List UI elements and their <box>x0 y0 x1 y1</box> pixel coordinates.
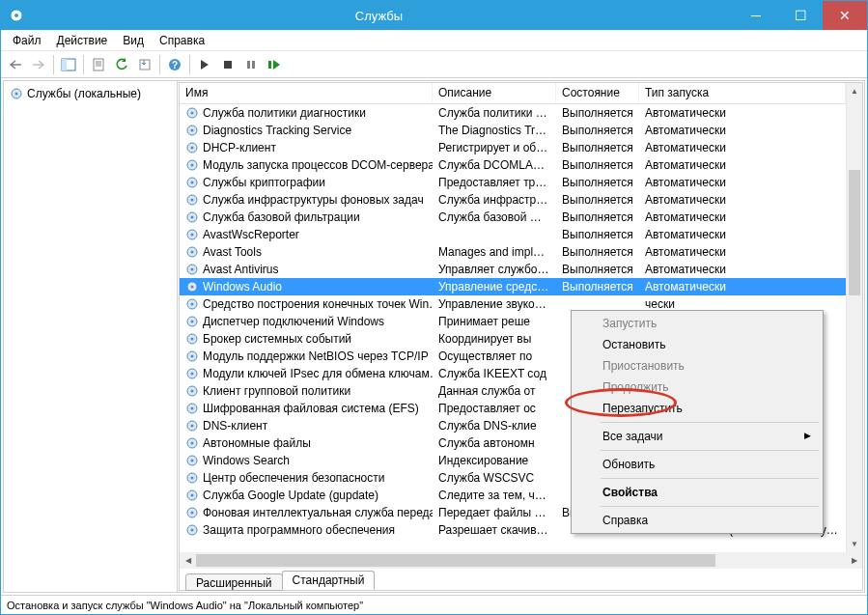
services-window: Службы ─ ☐ ✕ Файл Действие Вид Справка ? <box>0 0 868 615</box>
service-desc: Разрешает скачива… <box>433 522 556 538</box>
scroll-thumb[interactable] <box>849 170 860 295</box>
scroll-right-arrow[interactable]: ▶ <box>846 556 862 565</box>
scroll-down-arrow[interactable]: ▼ <box>847 536 862 552</box>
ctx-restart[interactable]: Перезапустить <box>574 398 821 419</box>
show-hide-tree-button[interactable] <box>58 54 79 75</box>
scroll-left-arrow[interactable]: ◀ <box>180 556 196 565</box>
ctx-all-tasks[interactable]: Все задачи▶ <box>574 426 821 447</box>
forward-button[interactable] <box>28 54 49 75</box>
horizontal-scrollbar[interactable]: ◀ ▶ <box>180 552 862 569</box>
gear-icon <box>185 297 199 311</box>
table-row[interactable]: Windows AudioУправление средст…Выполняет… <box>180 278 846 295</box>
refresh-button[interactable] <box>111 54 132 75</box>
table-row[interactable]: Служба политики диагностикиСлужба полити… <box>180 104 846 122</box>
service-desc: Предоставляет ос <box>433 401 556 416</box>
back-button[interactable] <box>5 54 26 75</box>
service-name: Центр обеспечения безопасности <box>203 471 385 485</box>
service-desc: Служба DCOMLAU… <box>433 157 556 173</box>
close-button[interactable]: ✕ <box>823 1 867 30</box>
restart-service-button[interactable] <box>264 54 285 75</box>
ctx-properties[interactable]: Свойства <box>574 482 821 503</box>
gear-icon <box>185 436 199 450</box>
service-desc: Передает файлы в… <box>433 505 556 520</box>
ctx-refresh[interactable]: Обновить <box>574 454 821 475</box>
col-desc[interactable]: Описание <box>433 83 556 103</box>
ctx-continue: Продолжить <box>574 377 821 398</box>
service-start: Автоматически <box>639 244 846 260</box>
service-desc: Данная служба от <box>433 383 556 399</box>
svg-point-62 <box>191 494 194 497</box>
left-pane[interactable]: Службы (локальные) <box>4 81 178 592</box>
service-name: Служба Google Update (gupdate) <box>203 489 378 502</box>
gear-icon <box>185 280 199 294</box>
toolbar: ? <box>1 51 867 78</box>
properties-button[interactable] <box>88 54 109 75</box>
table-row[interactable]: Diagnostics Tracking ServiceThe Diagnost… <box>180 122 846 139</box>
service-name: Шифрованная файловая система (EFS) <box>203 402 419 415</box>
gear-icon <box>185 263 199 276</box>
gear-icon <box>185 332 199 346</box>
table-row[interactable]: Служба базовой фильтрацииСлужба базовой … <box>180 209 846 226</box>
tab-standard[interactable]: Стандартный <box>282 571 376 590</box>
menu-help[interactable]: Справка <box>152 32 212 49</box>
svg-point-46 <box>191 355 194 358</box>
svg-point-40 <box>191 303 194 306</box>
service-desc: Индексирование <box>433 453 556 468</box>
scroll-up-arrow[interactable]: ▲ <box>847 83 862 99</box>
gear-icon <box>185 419 199 433</box>
service-name: Avast Antivirus <box>203 263 278 276</box>
gear-icon <box>185 245 199 259</box>
service-state: Выполняется <box>556 262 639 277</box>
svg-point-24 <box>191 164 194 167</box>
ctx-separator <box>601 478 819 479</box>
view-tabs: Расширенный Стандартный <box>180 569 862 590</box>
service-desc: Регистрирует и об… <box>433 140 556 155</box>
pause-service-button[interactable] <box>240 54 262 75</box>
window-title: Службы <box>24 9 734 23</box>
service-state: Выполняется <box>556 227 639 242</box>
minimize-button[interactable]: ─ <box>734 1 778 30</box>
ctx-stop[interactable]: Остановить <box>574 334 821 355</box>
titlebar[interactable]: Службы ─ ☐ ✕ <box>1 1 867 30</box>
menu-action[interactable]: Действие <box>49 32 116 49</box>
service-state <box>556 303 639 305</box>
svg-point-34 <box>191 251 194 254</box>
gear-icon <box>185 506 199 519</box>
gear-icon <box>185 402 199 415</box>
ctx-separator <box>601 506 819 507</box>
table-row[interactable]: Модуль запуска процессов DCOM-сервераСлу… <box>180 156 846 174</box>
svg-point-20 <box>191 129 194 132</box>
tab-extended[interactable]: Расширенный <box>185 573 283 591</box>
col-name[interactable]: Имя <box>180 83 433 103</box>
tree-item-services-local[interactable]: Службы (локальные) <box>6 85 175 102</box>
table-row[interactable]: Avast AntivirusУправляет службо…Выполняе… <box>180 261 846 278</box>
vertical-scrollbar[interactable]: ▲ ▼ <box>846 83 862 552</box>
table-row[interactable]: Служба инфраструктуры фоновых задачСлужб… <box>180 191 846 209</box>
col-start[interactable]: Тип запуска <box>639 83 846 103</box>
column-headers[interactable]: Имя Описание Состояние Тип запуска <box>180 83 846 104</box>
service-name: Служба политики диагностики <box>203 106 366 120</box>
table-row[interactable]: Avast ToolsManages and imple…Выполняется… <box>180 243 846 261</box>
svg-point-44 <box>191 338 194 341</box>
menu-file[interactable]: Файл <box>5 32 49 49</box>
service-name: Клиент групповой политики <box>203 384 350 398</box>
menu-view[interactable]: Вид <box>115 32 152 49</box>
hscroll-thumb[interactable] <box>196 554 715 567</box>
maximize-button[interactable]: ☐ <box>778 1 823 30</box>
ctx-help[interactable]: Справка <box>574 510 821 531</box>
service-state: Выполняется <box>556 210 639 225</box>
svg-point-16 <box>15 93 18 96</box>
service-desc: Служба инфрастр… <box>433 192 556 208</box>
export-list-button[interactable] <box>134 54 155 75</box>
start-service-button[interactable] <box>194 54 215 75</box>
table-row[interactable]: AvastWscReporterВыполняетсяАвтоматически <box>180 226 846 243</box>
service-state: Выполняется <box>556 244 639 260</box>
col-state[interactable]: Состояние <box>556 83 639 103</box>
service-state: Выполняется <box>556 140 639 155</box>
table-row[interactable]: Службы криптографииПредоставляет три…Вып… <box>180 174 846 191</box>
table-row[interactable]: DHCP-клиентРегистрирует и об…Выполняется… <box>180 139 846 156</box>
stop-service-button[interactable] <box>217 54 238 75</box>
service-name: DHCP-клиент <box>203 141 276 154</box>
help-button[interactable]: ? <box>164 54 185 75</box>
service-desc: Служба DNS-клие <box>433 418 556 433</box>
